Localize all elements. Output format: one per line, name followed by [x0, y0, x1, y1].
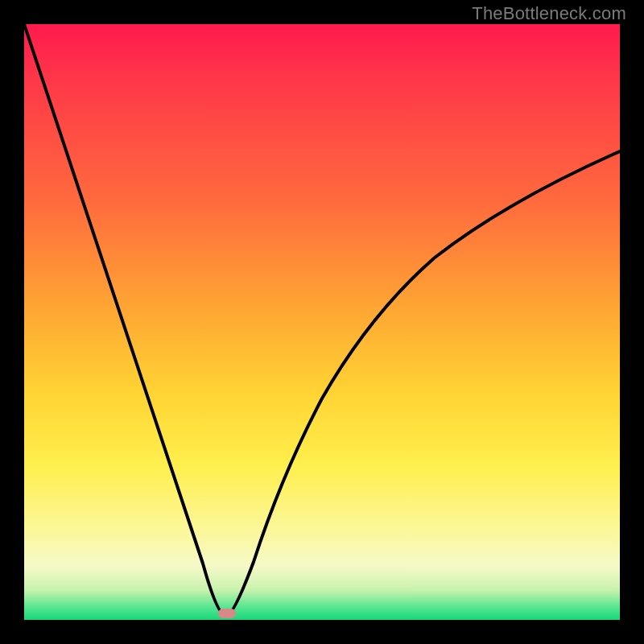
chart-container: TheBottleneck.com — [0, 0, 644, 644]
curve-path — [24, 24, 620, 616]
watermark-text: TheBottleneck.com — [472, 3, 626, 24]
plot-area — [24, 24, 620, 620]
optimal-point-marker — [218, 609, 236, 618]
bottleneck-curve — [24, 24, 620, 620]
